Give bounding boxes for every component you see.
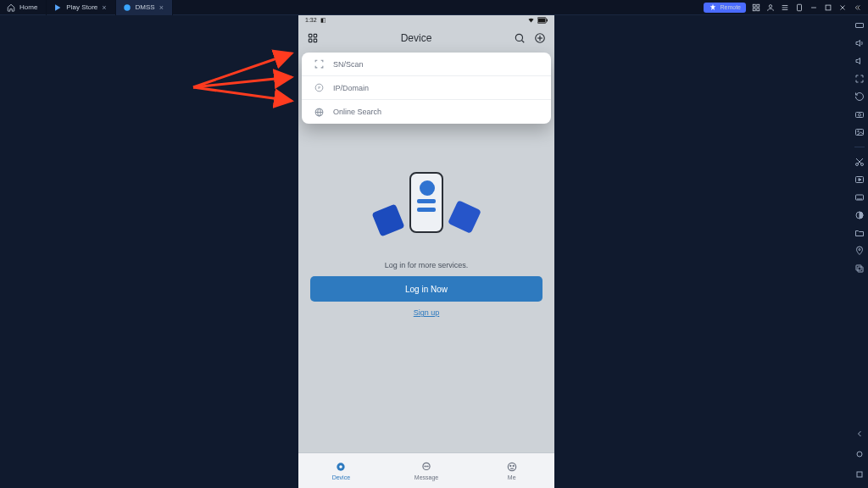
- svg-rect-35: [857, 472, 862, 477]
- nav-message[interactable]: Message: [384, 453, 470, 488]
- window-controls: Remote: [704, 3, 868, 13]
- svg-rect-32: [858, 267, 863, 272]
- menu-item-online-search[interactable]: Online Search: [302, 100, 551, 124]
- svg-rect-38: [547, 19, 548, 21]
- menu-item-label: IP/Domain: [333, 84, 369, 92]
- copy-icon[interactable]: [854, 263, 865, 274]
- nav-label: Device: [332, 474, 350, 480]
- svg-text:IP: IP: [318, 86, 321, 90]
- svg-point-1: [124, 4, 131, 11]
- nav-me[interactable]: Me: [469, 453, 554, 488]
- svg-point-56: [425, 466, 426, 467]
- refresh-icon[interactable]: [854, 92, 865, 102]
- tab-bar: Home Play Store × DMSS × Remote: [0, 0, 868, 15]
- svg-line-65: [193, 87, 292, 101]
- svg-point-19: [859, 114, 861, 116]
- svg-point-21: [858, 130, 860, 132]
- close-window-icon[interactable]: [838, 3, 847, 12]
- collapse-icon[interactable]: [853, 3, 861, 12]
- fullscreen-icon[interactable]: [854, 74, 865, 84]
- svg-rect-12: [826, 5, 831, 10]
- svg-point-6: [769, 4, 771, 7]
- side-toolbar: [851, 15, 868, 488]
- svg-rect-20: [856, 130, 864, 136]
- me-icon: [506, 461, 518, 473]
- svg-rect-2: [753, 4, 755, 7]
- search-icon[interactable]: [514, 32, 526, 44]
- svg-rect-40: [314, 34, 317, 37]
- rotate-icon[interactable]: [795, 3, 804, 12]
- svg-line-63: [193, 53, 292, 87]
- svg-rect-33: [856, 265, 861, 270]
- add-icon[interactable]: [534, 32, 546, 44]
- svg-point-58: [427, 466, 428, 467]
- page-title: Device: [401, 32, 432, 44]
- tab-play-store[interactable]: Play Store ×: [47, 0, 115, 15]
- dmss-icon: [123, 3, 131, 12]
- tab-label: Home: [19, 3, 37, 11]
- svg-line-44: [521, 40, 524, 42]
- svg-rect-3: [757, 4, 760, 7]
- wifi-icon: [527, 16, 535, 25]
- menu-item-ip-domain[interactable]: IP IP/Domain: [302, 76, 551, 100]
- svg-rect-39: [309, 34, 312, 37]
- keyboard-icon[interactable]: [854, 20, 865, 30]
- svg-rect-42: [314, 39, 317, 42]
- menu-item-label: SN/Scan: [333, 60, 364, 69]
- ip-icon: IP: [314, 82, 325, 93]
- svg-point-61: [513, 465, 514, 466]
- menu-item-sn-scan[interactable]: SN/Scan: [302, 53, 551, 76]
- home-nav-icon[interactable]: [854, 449, 865, 459]
- image-icon[interactable]: [854, 127, 865, 137]
- device-icon: [335, 461, 347, 473]
- svg-point-31: [859, 249, 860, 251]
- svg-rect-18: [856, 113, 864, 118]
- tab-dmss[interactable]: DMSS ×: [116, 0, 173, 15]
- svg-point-60: [509, 465, 510, 466]
- signup-link[interactable]: Sign up: [298, 308, 554, 317]
- globe-icon: [314, 107, 325, 118]
- minimize-icon[interactable]: [810, 3, 818, 12]
- login-illustration: [376, 172, 477, 253]
- recent-icon[interactable]: [854, 469, 865, 480]
- svg-rect-5: [757, 8, 760, 10]
- tab-label: DMSS: [136, 3, 155, 11]
- nav-label: Message: [415, 474, 438, 480]
- caption-icon[interactable]: [854, 192, 865, 202]
- svg-marker-17: [856, 58, 860, 64]
- tab-label: Play Store: [66, 3, 97, 11]
- close-icon[interactable]: ×: [102, 3, 106, 12]
- svg-rect-4: [753, 8, 755, 10]
- status-time: 1:32 ◧: [305, 17, 326, 24]
- play-store-icon: [53, 3, 62, 12]
- play-icon[interactable]: [854, 175, 865, 185]
- user-icon[interactable]: [766, 3, 775, 12]
- folder-icon[interactable]: [854, 228, 865, 238]
- contrast-icon[interactable]: [854, 210, 865, 220]
- maximize-icon[interactable]: [824, 3, 832, 12]
- svg-rect-41: [309, 39, 312, 42]
- camera-icon[interactable]: [854, 109, 865, 119]
- grid-icon[interactable]: [752, 3, 760, 12]
- location-icon[interactable]: [854, 246, 865, 256]
- login-button[interactable]: Log in Now: [310, 276, 542, 302]
- svg-point-34: [857, 452, 862, 457]
- back-icon[interactable]: [854, 429, 865, 439]
- nav-device[interactable]: Device: [298, 453, 384, 488]
- svg-rect-15: [856, 24, 864, 28]
- svg-rect-37: [538, 18, 545, 22]
- svg-point-43: [515, 34, 522, 41]
- menu-icon[interactable]: [781, 3, 789, 12]
- tab-home[interactable]: Home: [0, 0, 47, 15]
- volume-up-icon[interactable]: [854, 38, 865, 48]
- volume-down-icon[interactable]: [854, 56, 865, 66]
- grid-menu-icon[interactable]: [307, 32, 319, 44]
- message-icon: [420, 461, 432, 473]
- close-icon[interactable]: ×: [159, 3, 164, 12]
- svg-point-54: [340, 465, 343, 469]
- menu-item-label: Online Search: [333, 108, 381, 116]
- status-bar: 1:32 ◧: [298, 15, 554, 25]
- cut-icon[interactable]: [854, 157, 865, 167]
- remote-button[interactable]: Remote: [704, 3, 746, 13]
- svg-line-64: [193, 77, 292, 87]
